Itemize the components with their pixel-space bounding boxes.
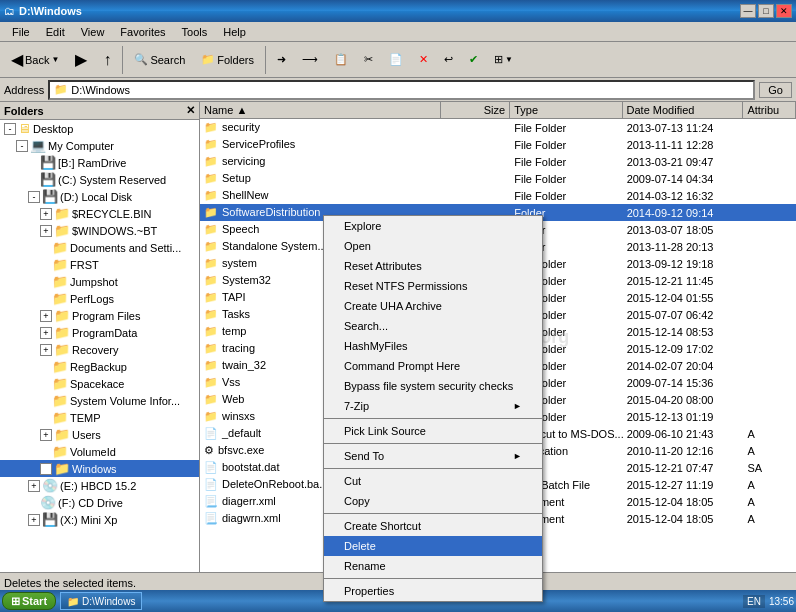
menu-favorites[interactable]: Favorites <box>112 24 173 40</box>
context-menu-item[interactable]: 7-Zip► <box>324 396 542 416</box>
context-menu-item[interactable]: Delete <box>324 536 542 556</box>
paste-btn[interactable]: 📄 <box>382 45 410 75</box>
file-row[interactable]: 📁securityFile Folder2013-07-13 11:24 <box>200 119 796 136</box>
tree-item[interactable]: 💾[B:] RamDrive <box>0 154 199 171</box>
menu-tools[interactable]: Tools <box>174 24 216 40</box>
context-menu-separator <box>324 578 542 579</box>
context-menu-item[interactable]: Copy <box>324 491 542 511</box>
tree-item[interactable]: +📁ProgramData <box>0 324 199 341</box>
tree-expand-icon[interactable]: + <box>40 327 52 339</box>
col-header-name[interactable]: Name ▲ <box>200 102 441 118</box>
context-menu-item[interactable]: Rename <box>324 556 542 576</box>
col-header-type[interactable]: Type <box>510 102 622 118</box>
col-header-modified[interactable]: Date Modified <box>623 102 744 118</box>
tree-item[interactable]: 📁Jumpshot <box>0 273 199 290</box>
tree-item[interactable]: 💿(F:) CD Drive <box>0 494 199 511</box>
tree-item[interactable]: 📁System Volume Infor... <box>0 392 199 409</box>
context-menu-item[interactable]: Send To► <box>324 446 542 466</box>
tree-item[interactable]: 📁PerfLogs <box>0 290 199 307</box>
folders-button[interactable]: 📁 Folders <box>194 45 261 75</box>
close-panel-button[interactable]: ✕ <box>186 104 195 117</box>
cut-btn[interactable]: ✂ <box>357 45 380 75</box>
tree-item-label: My Computer <box>48 140 114 152</box>
tree-expand-icon[interactable]: - <box>40 463 52 475</box>
tree-expand-icon[interactable]: + <box>28 480 40 492</box>
menu-view[interactable]: View <box>73 24 113 40</box>
context-menu-item[interactable]: Create Shortcut <box>324 516 542 536</box>
context-menu-item[interactable]: Open <box>324 236 542 256</box>
address-go-button[interactable]: Go <box>759 82 792 98</box>
file-icon: 📁 <box>204 172 218 184</box>
tree-expand-icon[interactable]: + <box>40 429 52 441</box>
tree-item[interactable]: +📁Recovery <box>0 341 199 358</box>
menu-help[interactable]: Help <box>215 24 254 40</box>
context-menu-item[interactable]: Pick Link Source <box>324 421 542 441</box>
context-menu-item[interactable]: Cut <box>324 471 542 491</box>
tree-expand-icon[interactable]: + <box>40 310 52 322</box>
tree-item-label: System Volume Infor... <box>70 395 180 407</box>
menu-edit[interactable]: Edit <box>38 24 73 40</box>
tree-item[interactable]: -💻My Computer <box>0 137 199 154</box>
tree-item[interactable]: +📁Users <box>0 426 199 443</box>
col-header-size[interactable]: Size <box>441 102 511 118</box>
undo-btn[interactable]: ↩ <box>437 45 460 75</box>
file-attrib-cell: A <box>744 478 796 492</box>
tree-expand-icon[interactable]: + <box>40 225 52 237</box>
context-menu-item[interactable]: Explore <box>324 216 542 236</box>
tree-item[interactable]: +📁$RECYCLE.BIN <box>0 205 199 222</box>
tree-expand-icon[interactable]: - <box>4 123 16 135</box>
tree-expand-icon[interactable]: - <box>28 191 40 203</box>
context-menu-item[interactable]: Bypass file system security checks <box>324 376 542 396</box>
tree-item[interactable]: 📁TEMP <box>0 409 199 426</box>
tree-item[interactable]: -🖥Desktop <box>0 120 199 137</box>
maximize-button[interactable]: □ <box>758 4 774 18</box>
tree-expand-icon[interactable]: + <box>28 514 40 526</box>
tree-item[interactable]: 📁VolumeId <box>0 443 199 460</box>
minimize-button[interactable]: — <box>740 4 756 18</box>
tree-item[interactable]: 📁Documents and Setti... <box>0 239 199 256</box>
check-btn[interactable]: ✔ <box>462 45 485 75</box>
taskbar-item-windows[interactable]: 📁 D:\Windows <box>60 592 142 610</box>
tree-expand-icon[interactable]: + <box>40 344 52 356</box>
context-menu-item[interactable]: Command Prompt Here <box>324 356 542 376</box>
address-input[interactable]: 📁 D:\Windows <box>48 80 755 100</box>
col-header-attrib[interactable]: Attribu <box>743 102 796 118</box>
context-menu-item[interactable]: Create UHA Archive <box>324 296 542 316</box>
context-menu-item[interactable]: Reset NTFS Permissions <box>324 276 542 296</box>
search-button[interactable]: 🔍 Search <box>127 45 192 75</box>
nav-btn-2[interactable]: ⟶ <box>295 45 325 75</box>
back-button[interactable]: ◀ Back ▼ <box>4 45 66 75</box>
tree-item[interactable]: +💾(X:) Mini Xp <box>0 511 199 528</box>
tree-item[interactable]: 💾(C:) System Reserved <box>0 171 199 188</box>
file-row[interactable]: 📁ServiceProfilesFile Folder2013-11-11 12… <box>200 136 796 153</box>
tree-expand-icon[interactable]: + <box>40 208 52 220</box>
tree-item[interactable]: 📁RegBackup <box>0 358 199 375</box>
context-menu-item[interactable]: Properties <box>324 581 542 601</box>
tree-expand-icon[interactable]: - <box>16 140 28 152</box>
tree-item[interactable]: -💾(D:) Local Disk <box>0 188 199 205</box>
context-menu-item[interactable]: HashMyFiles <box>324 336 542 356</box>
context-menu-separator <box>324 418 542 419</box>
forward-button[interactable]: ▶ <box>68 45 94 75</box>
file-row[interactable]: 📁servicingFile Folder2013-03-21 09:47 <box>200 153 796 170</box>
tree-item[interactable]: 📁Spacekace <box>0 375 199 392</box>
menu-file[interactable]: File <box>4 24 38 40</box>
copy-btn[interactable]: 📋 <box>327 45 355 75</box>
delete-btn[interactable]: ✕ <box>412 45 435 75</box>
file-row[interactable]: 📁ShellNewFile Folder2014-03-12 16:32 <box>200 187 796 204</box>
context-menu-item[interactable]: Search... <box>324 316 542 336</box>
close-button[interactable]: ✕ <box>776 4 792 18</box>
tree-item[interactable]: -📁Windows <box>0 460 199 477</box>
context-menu-item[interactable]: Reset Attributes <box>324 256 542 276</box>
start-button[interactable]: ⊞ Start <box>2 592 56 610</box>
nav-btn-1[interactable]: ➜ <box>270 45 293 75</box>
up-button[interactable]: ↑ <box>96 45 118 75</box>
tree-item[interactable]: +📁Program Files <box>0 307 199 324</box>
back-dropdown-icon[interactable]: ▼ <box>51 55 59 64</box>
view-dropdown-icon[interactable]: ▼ <box>505 55 513 64</box>
tree-item[interactable]: 📁FRST <box>0 256 199 273</box>
tree-item[interactable]: +📁$WINDOWS.~BT <box>0 222 199 239</box>
file-row[interactable]: 📁SetupFile Folder2009-07-14 04:34 <box>200 170 796 187</box>
view-btn[interactable]: ⊞▼ <box>487 45 520 75</box>
tree-item[interactable]: +💿(E:) HBCD 15.2 <box>0 477 199 494</box>
